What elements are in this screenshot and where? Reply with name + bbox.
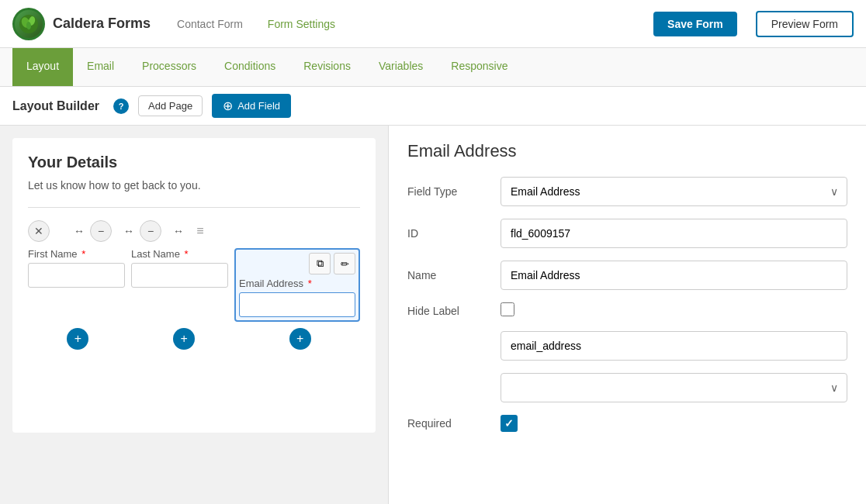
form-card: Your Details Let us know how to get back…: [12, 138, 376, 433]
hide-label-checkbox[interactable]: [501, 302, 514, 316]
resize-col1-button[interactable]: ↔: [68, 220, 90, 242]
add-page-button[interactable]: Add Page: [138, 95, 203, 116]
name-input[interactable]: [501, 261, 847, 290]
add-field-col2-button[interactable]: +: [173, 328, 195, 350]
id-row: ID: [407, 219, 847, 248]
form-divider: [28, 207, 360, 208]
last-name-required: *: [185, 248, 189, 260]
slug-input[interactable]: [501, 331, 847, 361]
add-to-col2: +: [134, 328, 234, 350]
field-settings-title: Email Address: [407, 141, 847, 161]
required-label: Required: [407, 417, 501, 430]
remove-col1-button[interactable]: −: [90, 220, 112, 242]
tab-responsive[interactable]: Responsive: [437, 48, 521, 86]
email-required: *: [308, 278, 312, 289]
tab-processors[interactable]: Processors: [128, 48, 210, 86]
preview-form-button[interactable]: Preview Form: [756, 11, 854, 37]
last-name-input[interactable]: [131, 263, 228, 288]
id-label: ID: [407, 227, 501, 240]
email-input[interactable]: [239, 292, 355, 317]
add-to-col3: +: [241, 328, 361, 350]
resize-col3-button[interactable]: ↔: [168, 220, 189, 242]
field-type-control: Email Address Text Textarea Select: [501, 177, 847, 206]
drag-handle[interactable]: ≡: [189, 220, 211, 242]
slug-control: [501, 331, 847, 361]
logo-inner: [15, 10, 43, 38]
left-panel: Your Details Let us know how to get back…: [0, 126, 388, 504]
last-name-label: Last Name *: [131, 248, 228, 260]
add-field-button[interactable]: ⊕ Add Field: [212, 94, 291, 118]
remove-row-button[interactable]: ✕: [28, 220, 50, 242]
form-settings-link[interactable]: Form Settings: [262, 18, 341, 30]
tab-revisions[interactable]: Revisions: [289, 48, 365, 86]
fields-row: First Name * Last Name * ⧉: [28, 248, 360, 322]
first-name-col: First Name *: [28, 248, 125, 322]
name-label: Name: [407, 269, 501, 281]
field-type-label: Field Type: [407, 185, 501, 198]
remove-col2-button[interactable]: −: [140, 220, 161, 242]
id-input[interactable]: [501, 219, 847, 248]
main-content: Your Details Let us know how to get back…: [0, 126, 866, 504]
add-to-col1: +: [28, 328, 128, 350]
app-header: Caldera Forms Contact Form Form Settings…: [0, 0, 866, 48]
help-icon[interactable]: ?: [113, 98, 129, 114]
form-card-desc: Let us know how to get back to you.: [28, 179, 360, 192]
email-col: ⧉ ✏ Email Address *: [234, 248, 360, 322]
form-name-label: Contact Form: [171, 18, 249, 30]
email-field-label: Email Address *: [239, 278, 355, 289]
add-field-row: + + +: [28, 328, 360, 350]
logo-svg: [18, 13, 40, 35]
name-row: Name: [407, 261, 847, 290]
first-name-label: First Name *: [28, 248, 125, 260]
tab-variables[interactable]: Variables: [365, 48, 437, 86]
logo-area: Caldera Forms: [12, 8, 151, 40]
copy-field-button[interactable]: ⧉: [309, 253, 331, 274]
tab-email[interactable]: Email: [73, 48, 128, 86]
add-field-col1-button[interactable]: +: [67, 328, 88, 350]
email-field-actions: ⧉ ✏: [239, 253, 355, 274]
first-name-input[interactable]: [28, 263, 125, 288]
edit-field-button[interactable]: ✏: [334, 253, 355, 274]
field-type-select[interactable]: Email Address Text Textarea Select: [501, 177, 847, 206]
required-control: ✓: [501, 415, 847, 432]
form-card-title: Your Details: [28, 154, 360, 171]
save-form-button[interactable]: Save Form: [653, 12, 737, 36]
extra-select[interactable]: [501, 373, 847, 402]
field-type-row: Field Type Email Address Text Textarea S…: [407, 177, 847, 206]
add-field-icon: ⊕: [223, 98, 233, 113]
hide-label-row: Hide Label: [407, 302, 847, 319]
tab-layout[interactable]: Layout: [12, 48, 73, 86]
name-control: [501, 261, 847, 290]
extra-select-control: [501, 373, 847, 402]
right-panel: Email Address Field Type Email Address T…: [388, 126, 866, 504]
field-controls-row: ✕ ↔ − ↔ − ↔ ≡: [28, 220, 360, 242]
add-field-col3-button[interactable]: +: [289, 328, 311, 350]
first-name-required: *: [81, 248, 85, 260]
builder-title: Layout Builder: [12, 99, 99, 113]
builder-bar: Layout Builder ? Add Page ⊕ Add Field: [0, 87, 866, 126]
last-name-col: Last Name *: [131, 248, 228, 322]
nav-tabs: Layout Email Processors Conditions Revis…: [0, 48, 866, 87]
tab-conditions[interactable]: Conditions: [210, 48, 289, 86]
hide-label-control: [501, 302, 847, 319]
app-name: Caldera Forms: [53, 16, 151, 32]
extra-select-row: [407, 373, 847, 402]
required-check-icon: ✓: [504, 417, 514, 430]
required-checkbox[interactable]: ✓: [501, 415, 518, 432]
required-row: Required ✓: [407, 415, 847, 432]
hide-label-label: Hide Label: [407, 305, 501, 317]
id-control: [501, 219, 847, 248]
resize-col2-button[interactable]: ↔: [118, 220, 140, 242]
app-logo: [12, 8, 45, 40]
slug-row: [407, 331, 847, 361]
